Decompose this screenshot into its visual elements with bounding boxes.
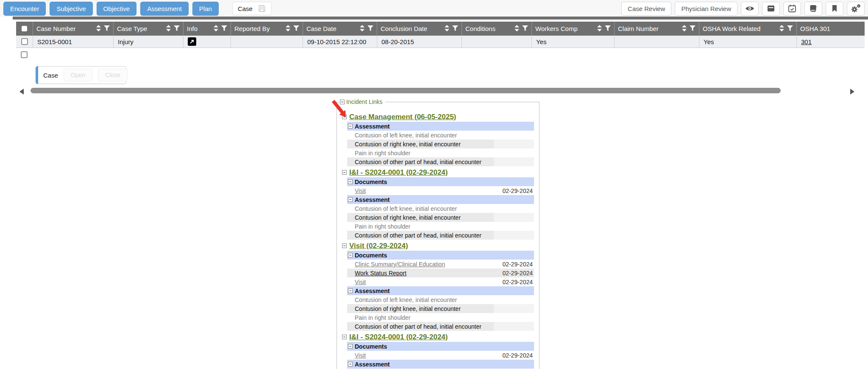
nav-button-subjective[interactable]: Subjective (50, 2, 92, 16)
nav-button-plan[interactable]: Plan (192, 2, 219, 16)
row-checkbox[interactable] (21, 51, 28, 58)
osha-301-link[interactable]: 301 (801, 38, 812, 45)
cases-grid: Case NumberCase TypeInfoReported ByCase … (16, 22, 865, 62)
row-checkbox[interactable] (21, 38, 28, 45)
collapse-icon[interactable] (348, 344, 353, 349)
column-header-case-number[interactable]: Case Number (33, 22, 114, 36)
sort-icon[interactable] (597, 25, 602, 33)
item-date: 02-29-2024 (494, 261, 534, 268)
document-link[interactable]: Work Status Report (355, 270, 494, 277)
case-link[interactable]: Case Management (06-05-2025) (349, 113, 456, 121)
sort-icon[interactable] (779, 25, 785, 33)
document-link[interactable]: Visit (355, 187, 494, 194)
collapse-icon[interactable] (348, 362, 353, 366)
collapse-icon[interactable] (348, 179, 353, 184)
document-link-text[interactable]: Visit (355, 187, 366, 194)
column-header-info[interactable]: Info (184, 22, 231, 36)
tree-section-title: Documents (355, 252, 387, 259)
tree-item: Visit02-29-2024 (347, 351, 534, 360)
collapse-icon[interactable] (342, 170, 347, 175)
tree-item: Contusion of right knee, initial encount… (347, 140, 534, 148)
nav-button-objective[interactable]: Objective (97, 2, 137, 16)
tree-section-title: Documents (355, 179, 387, 185)
filter-icon[interactable] (787, 25, 793, 32)
filter-icon[interactable] (367, 25, 373, 32)
eye-button[interactable] (741, 2, 759, 16)
collapse-icon[interactable] (342, 243, 347, 248)
filter-icon[interactable] (221, 25, 227, 32)
tree-case-heading: I&I - S2024-0001 (02-29-2024) (342, 168, 534, 177)
select-all-checkbox[interactable] (22, 26, 27, 31)
grid-header-row: Case NumberCase TypeInfoReported ByCase … (16, 22, 865, 36)
column-header-conditions[interactable]: Conditions (462, 22, 532, 36)
calendar-button[interactable] (783, 2, 801, 16)
save-icon[interactable] (258, 4, 266, 13)
collapse-icon[interactable] (348, 197, 353, 202)
item-date: 02-29-2024 (494, 279, 534, 285)
sort-icon[interactable] (166, 25, 171, 33)
tree-section-header: Assessment (347, 122, 534, 131)
settings-button[interactable] (847, 2, 865, 16)
open-case-button[interactable]: Open (64, 69, 92, 81)
collapse-icon[interactable] (348, 288, 353, 293)
cell-text: Yes (704, 38, 714, 45)
filter-icon[interactable] (522, 25, 528, 32)
book-button[interactable] (804, 2, 822, 16)
column-header-case-date[interactable]: Case Date (303, 22, 377, 36)
filter-icon[interactable] (104, 25, 110, 32)
launch-icon[interactable] (188, 37, 196, 46)
filter-icon[interactable] (605, 25, 611, 32)
column-header-osha-work-related[interactable]: OSHA Work Related (699, 22, 797, 36)
case-link[interactable]: Visit (02-29-2024) (349, 242, 408, 250)
document-link-text[interactable]: Visit (355, 279, 366, 285)
document-link[interactable]: Visit (355, 352, 494, 359)
collapse-icon[interactable] (348, 124, 353, 129)
collapse-icon[interactable] (342, 335, 347, 339)
collapse-icon[interactable] (348, 253, 353, 257)
sort-icon[interactable] (96, 25, 101, 33)
document-link-text[interactable]: Work Status Report (355, 270, 406, 277)
tree-item: Pain in right shoulder (347, 148, 534, 157)
nav-button-assessment[interactable]: Assessment (140, 2, 189, 16)
tree-item: Pain in right shoulder (347, 222, 534, 231)
sort-icon[interactable] (213, 25, 219, 33)
document-link-text[interactable]: Clinic Summary/Clinical Education (355, 261, 445, 268)
condition-label: Contusion of left knee, initial encounte… (355, 132, 494, 139)
item-date: 02-29-2024 (494, 352, 534, 359)
case-link[interactable]: I&I - S2024-0001 (02-29-2024) (349, 168, 448, 177)
document-link[interactable]: Clinic Summary/Clinical Education (355, 261, 494, 268)
bookmark-button[interactable] (826, 2, 843, 16)
case-tab[interactable]: Case (232, 2, 272, 15)
sort-icon[interactable] (514, 25, 520, 33)
filter-icon[interactable] (293, 25, 299, 32)
nav-button-encounter[interactable]: Encounter (3, 2, 46, 16)
table-row: S2015-0001Injury09-10-2015 22:12:0008-20… (16, 36, 865, 48)
document-link-text[interactable]: Visit (355, 352, 366, 359)
tree-item: Visit02-29-2024 (347, 277, 534, 286)
close-case-button[interactable]: Close (98, 69, 128, 81)
column-header-conclusion-date[interactable]: Conclusion Date (377, 22, 462, 36)
column-header-workers-comp[interactable]: Workers Comp (532, 22, 615, 36)
column-header-claim-number[interactable]: Claim Number (615, 22, 699, 36)
column-header-osha-301[interactable]: OSHA 301 (797, 22, 865, 36)
column-header-reported-by[interactable]: Reported By (231, 22, 303, 36)
sort-icon[interactable] (444, 25, 450, 33)
filter-icon[interactable] (174, 25, 180, 32)
tree-item: Contusion of right knee, initial encount… (347, 213, 534, 222)
scroll-left-arrow[interactable] (19, 89, 24, 95)
filter-icon[interactable] (452, 25, 458, 32)
archive-button[interactable] (762, 2, 780, 16)
column-header-case-type[interactable]: Case Type (114, 22, 184, 36)
sort-icon[interactable] (285, 25, 291, 33)
physician-review-button[interactable]: Physician Review (675, 2, 737, 16)
scroll-right-arrow[interactable] (850, 89, 854, 95)
document-link[interactable]: Visit (355, 279, 494, 285)
filter-icon[interactable] (690, 25, 696, 32)
sort-icon[interactable] (682, 25, 687, 33)
tree-section: AssessmentContusion of left knee, initia… (347, 286, 534, 331)
case-link[interactable]: I&I - S2024-0001 (02-29-2024) (349, 333, 448, 341)
tree-case-heading: I&I - S2024-0001 (02-29-2024) (342, 332, 534, 342)
case-review-button[interactable]: Case Review (621, 2, 671, 16)
horizontal-scrollbar-thumb[interactable] (31, 88, 781, 93)
sort-icon[interactable] (359, 25, 365, 33)
